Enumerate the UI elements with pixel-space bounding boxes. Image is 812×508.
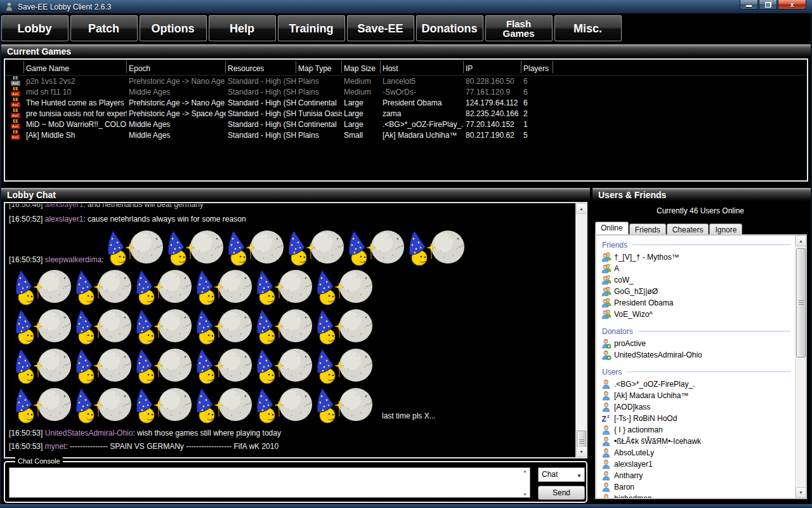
user-list-item[interactable]: AbsoLuteLy	[601, 447, 794, 458]
menu-button-patch[interactable]: Patch	[70, 15, 138, 41]
tab-ignore[interactable]: Ignore	[709, 224, 742, 234]
user-list-item[interactable]: GoG_hΣ||øØ	[601, 286, 794, 297]
column-header-ip[interactable]: IP	[464, 61, 521, 73]
game-map-size: Small	[342, 131, 381, 140]
tab-online[interactable]: Online	[595, 222, 629, 234]
input-scroll-down-icon[interactable]: ▼	[520, 492, 530, 497]
game-players: 6	[521, 88, 553, 97]
svg-text:z: z	[607, 414, 610, 418]
users-scroll-up-icon[interactable]: ▲	[796, 236, 806, 246]
game-epoch: Middle Ages	[127, 88, 226, 97]
user-list-item[interactable]: †_[V]_† - Mythos™	[601, 251, 794, 263]
menu-button-flash-games[interactable]: Flash Games	[485, 15, 553, 41]
menu-button-lobby[interactable]: Lobby	[1, 15, 69, 41]
game-row[interactable]: EEAoCMiD ~ MoD WarrioR!!_ COLORMiddle Ag…	[5, 119, 807, 130]
column-header-players[interactable]: Players	[521, 61, 553, 73]
user-list-item[interactable]: alexslayer1	[601, 458, 794, 470]
chat-message-clipped: [16:50:46] alexslayer1: and netherlands …	[9, 204, 573, 210]
game-host: [Ak] Madara Uchiha™	[381, 131, 464, 140]
input-scroll-up-icon[interactable]: ▲	[520, 469, 530, 473]
wizard-and-ghost-emote	[315, 269, 374, 306]
user-list-item[interactable]: Zz[-Ts-] RoBiN HoOd	[601, 413, 794, 424]
chat-scroll-up-icon[interactable]: ▲	[576, 203, 587, 214]
game-map-type: Continental	[296, 98, 342, 107]
online-count: Currently 46 Users Online	[593, 206, 808, 215]
user-list-item[interactable]: coW_	[601, 274, 794, 286]
chat-message: [16:50:52] alexslayer1: cause netehrland…	[9, 215, 573, 224]
menu-button-options[interactable]: Options	[140, 15, 207, 41]
column-header-game-name[interactable]: Game Name	[24, 61, 127, 73]
wizard-and-ghost-emote	[195, 309, 253, 345]
chat-scroll-down-icon[interactable]: ▼	[576, 446, 587, 457]
game-row[interactable]: EEAoC[Ak] Middle ShMiddle AgesStandard -…	[5, 130, 807, 140]
chat-console-label: Chat Console	[15, 457, 63, 465]
user-list-item[interactable]: [Ak] Madara Uchiha™	[601, 390, 794, 401]
chat-input[interactable]	[9, 467, 530, 498]
user-name: UnitedStatesAdmiral-Ohio	[614, 351, 702, 359]
current-games-header: Current Games	[1, 44, 811, 58]
menu-button-help[interactable]: Help	[209, 15, 276, 41]
users-scrollbar[interactable]: ▲ ▼	[795, 236, 806, 498]
users-scroll-thumb[interactable]	[796, 248, 806, 358]
game-row[interactable]: EEAoCp2n 1vs1 2vs2Prehistoric Age -> Nan…	[5, 76, 807, 86]
user-name: A	[614, 264, 619, 273]
user-list-item[interactable]: [AOD]kass	[601, 401, 794, 413]
user-icon	[601, 379, 612, 389]
menu-button-misc-[interactable]: Misc.	[554, 15, 622, 41]
game-epoch: Prehistoric Age -> Space Age	[127, 109, 226, 118]
close-button[interactable]: x	[778, 0, 806, 10]
chat-username: alexslayer1	[45, 204, 84, 209]
wizard-and-ghost-emote	[134, 309, 193, 345]
game-name: p2n 1vs1 2vs2	[24, 77, 127, 86]
restore-button[interactable]	[759, 0, 777, 10]
ee-aoc-game-icon: EEAoC	[10, 98, 22, 108]
column-header-resources[interactable]: Resources	[226, 61, 296, 73]
send-button[interactable]: Send	[538, 486, 585, 500]
user-list-item[interactable]: •ßŁÃ¢k šŴãЯM•-Icehawk	[601, 436, 794, 447]
user-list-item[interactable]: bigbadman	[601, 493, 794, 498]
menu-button-save-ee[interactable]: Save-EE	[347, 15, 414, 41]
game-map-size: Large	[342, 109, 381, 118]
column-header-epoch[interactable]: Epoch	[127, 61, 226, 73]
user-list-item[interactable]: UnitedStatesAdmiral-Ohio	[601, 349, 794, 361]
channel-select[interactable]: Chat ▼	[538, 467, 585, 482]
menu-button-training[interactable]: Training	[278, 15, 345, 41]
wizard-and-ghost-emote	[255, 309, 313, 345]
ee-game-icon-gray: EEAoC	[10, 76, 22, 86]
game-ip: 80.217.190.62	[464, 131, 521, 140]
user-list-item[interactable]: { I } actionman	[601, 424, 794, 436]
user-list-item[interactable]: proActive	[601, 338, 794, 349]
friends-icon	[601, 264, 612, 274]
user-name: GoG_hΣ||øØ	[614, 287, 658, 296]
column-header-map-size[interactable]: Map Size	[342, 61, 381, 73]
user-list-item[interactable]: A	[601, 263, 794, 274]
user-list-item[interactable]: President Obama	[601, 297, 794, 309]
menu-button-donations[interactable]: Donations	[416, 15, 483, 41]
user-list-item[interactable]: Baron	[601, 481, 794, 493]
friends-icon	[601, 298, 612, 308]
users-scroll-down-icon[interactable]: ▼	[796, 487, 806, 498]
game-row[interactable]: EEAoCpre tunisia oasis not for expertPre…	[5, 108, 807, 119]
chat-scrollbar[interactable]: ▲ ▼	[575, 203, 586, 457]
user-name: †_[V]_† - Mythos™	[614, 253, 679, 262]
game-map-type: Plains	[296, 77, 342, 86]
games-table-header: Game NameEpochResourcesMap TypeMap SizeH…	[5, 60, 807, 76]
game-ip: 77.20.140.152	[464, 120, 521, 129]
tab-friends[interactable]: Friends	[629, 224, 666, 234]
user-list-item[interactable]: VoE_Wizo^	[601, 309, 794, 320]
game-map-size: Medium	[342, 77, 381, 86]
chat-input-scroll[interactable]: ▲ ▼	[520, 468, 530, 497]
minimize-button[interactable]	[740, 0, 758, 10]
game-row[interactable]: EEAoCThe Hunted come as PlayersPrehistor…	[5, 97, 807, 108]
user-list-item[interactable]: Antharry	[601, 470, 794, 481]
chat-text: : and netherlands will beat germany	[83, 204, 203, 209]
game-players: 5	[521, 131, 553, 140]
chat-text: : --------------- SPAIN VS GERMANy -----…	[65, 442, 278, 451]
window-border-bottom	[0, 504, 812, 508]
column-header-host[interactable]: Host	[381, 61, 464, 73]
column-header-map-type[interactable]: Map Type	[296, 61, 342, 73]
user-list-item[interactable]: .<BG>*_oOZ-FirePlay_.	[601, 378, 794, 390]
user-icon	[601, 425, 612, 435]
game-row[interactable]: EEAoCmid sh f11 10Middle AgesStandard - …	[5, 86, 807, 97]
tab-cheaters[interactable]: Cheaters	[667, 224, 709, 234]
